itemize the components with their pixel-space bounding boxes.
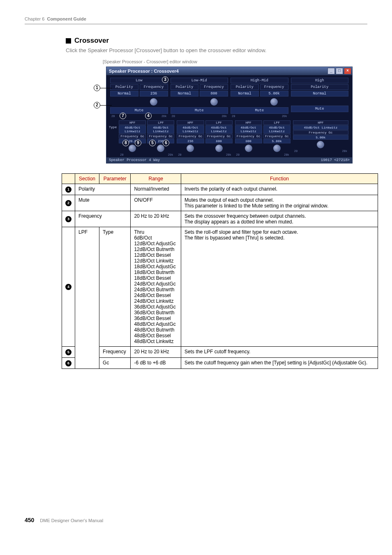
chapter-header: Chapter 6 Component Guide bbox=[25, 16, 367, 21]
band-high-mid: High-Mid Polarity Frequency Normal 5.00k bbox=[229, 77, 290, 119]
frequency-label: Frequency bbox=[140, 84, 168, 90]
cell-section: Mute bbox=[75, 195, 131, 211]
cell-range: 20 Hz to 20 kHz bbox=[131, 347, 181, 358]
table-row: 1PolarityNormal/InvertedInverts the pola… bbox=[62, 184, 378, 195]
hpf-freq[interactable]: 236 bbox=[177, 139, 204, 143]
lpf-freq[interactable]: 800 bbox=[205, 139, 233, 143]
callout-line bbox=[100, 105, 112, 106]
parameter-table: Section Parameter Range Function 1Polari… bbox=[62, 173, 378, 369]
lpf-freq[interactable]: 5.00k bbox=[263, 139, 291, 143]
lpf-type[interactable]: 48dB/Oct Linkwitz bbox=[205, 125, 233, 134]
callout-7: 7 bbox=[120, 113, 126, 119]
mute-button[interactable]: Mute bbox=[291, 106, 349, 112]
row-index: 3 bbox=[62, 211, 75, 227]
col-blank bbox=[62, 174, 75, 184]
hpf-label: HPF bbox=[293, 120, 348, 125]
lpf-label: LPF bbox=[263, 120, 291, 125]
cell-section: LPF bbox=[75, 227, 99, 369]
row-index: 2 bbox=[62, 195, 75, 211]
lpf-knob[interactable] bbox=[157, 145, 164, 152]
hpf-type[interactable]: 48dB/Oct Linkwitz bbox=[235, 125, 262, 134]
freq-gc-label: Frequency Gc bbox=[119, 134, 146, 138]
cell-section: Frequency bbox=[75, 211, 131, 227]
section-description: Click the Speaker Processor [Crossover] … bbox=[66, 47, 367, 53]
callout-3: 3 bbox=[162, 76, 168, 83]
callout-2: 2 bbox=[94, 102, 100, 108]
band-label: High-Mid bbox=[231, 78, 288, 83]
lpf-type[interactable]: 48dB/Oct Linkwitz bbox=[147, 125, 174, 134]
callout-8: 8 bbox=[122, 140, 129, 146]
cell-function: Sets the roll-off slope and filter type … bbox=[181, 227, 378, 347]
filter-band-highmid: HPF LPF 48dB/Oct Linkwitz 48dB/Oct Linkw… bbox=[234, 120, 292, 157]
lpf-type[interactable]: 48dB/Oct Linkwitz bbox=[263, 125, 291, 134]
polarity-label: Polarity bbox=[110, 84, 138, 90]
minimize-button[interactable]: _ bbox=[327, 68, 335, 74]
col-parameter: Parameter bbox=[99, 174, 131, 184]
frequency-knob[interactable] bbox=[270, 98, 278, 106]
frequency-value[interactable]: 236 bbox=[140, 91, 168, 97]
mute-button[interactable]: Mute bbox=[171, 107, 228, 114]
page-footer: 450 DME Designer Owner's Manual bbox=[25, 517, 367, 523]
callout-1: 1 bbox=[94, 85, 100, 91]
lpf-knob[interactable] bbox=[215, 145, 223, 152]
window-titlebar: Speaker Processor : Crossover4 _ □ × bbox=[106, 67, 352, 75]
lpf-label: LPF bbox=[205, 120, 233, 125]
lpf-knob[interactable] bbox=[273, 145, 281, 152]
page-number: 450 bbox=[25, 517, 34, 523]
section-title: Crossover bbox=[74, 37, 109, 45]
callout-line bbox=[100, 88, 112, 88]
frequency-value[interactable]: 5.00k bbox=[260, 91, 288, 97]
mute-button[interactable]: Mute bbox=[231, 107, 288, 114]
chapter-number: Chapter 6 bbox=[25, 16, 44, 21]
editor-window: Speaker Processor : Crossover4 _ □ × Low… bbox=[106, 67, 353, 164]
status-bar: Speaker Processor 4 Way 19017 <27218> bbox=[106, 157, 352, 163]
hpf-freq[interactable]: 5.00k bbox=[293, 135, 348, 140]
cell-function: Sets the crossover frequency between out… bbox=[181, 211, 378, 227]
filter-band-high: HPF 48dB/Oct Linkwitz Frequency Gc 5.00k bbox=[292, 120, 350, 157]
polarity-value[interactable]: Normal bbox=[231, 91, 259, 97]
band-low-mid: Low-Mid Polarity Frequency Normal 800 bbox=[169, 77, 230, 119]
filter-band-lowmid: HPF LPF 48dB/Oct Linkwitz 48dB/Oct Linkw… bbox=[175, 120, 233, 157]
polarity-value[interactable]: Normal bbox=[110, 91, 138, 97]
table-row: 4LPFTypeThru 6dB/Oct 12dB/Oct AdjustGc 1… bbox=[62, 227, 378, 347]
polarity-label: Polarity bbox=[291, 84, 349, 90]
row-index: 5 bbox=[62, 347, 75, 358]
hpf-freq[interactable]: 800 bbox=[235, 139, 262, 143]
hpf-knob[interactable] bbox=[245, 145, 252, 152]
hpf-knob[interactable] bbox=[129, 145, 136, 152]
frequency-knob[interactable] bbox=[210, 98, 218, 106]
hpf-knob[interactable] bbox=[317, 141, 324, 148]
frequency-label: Frequency bbox=[200, 84, 228, 90]
col-section: Section bbox=[75, 174, 99, 184]
close-button[interactable]: × bbox=[344, 68, 351, 74]
cell-parameter: Frequency bbox=[99, 347, 131, 358]
status-left: Speaker Processor 4 Way bbox=[109, 158, 160, 162]
table-row: 5Frequency20 Hz to 20 kHzSets the LPF cu… bbox=[62, 347, 378, 358]
cell-function: Mutes the output of each output channel.… bbox=[181, 195, 378, 211]
polarity-value[interactable]: Normal bbox=[291, 91, 349, 97]
table-row: 6Gc-6 dB to +6 dBSets the cutoff frequen… bbox=[62, 358, 378, 369]
hpf-knob[interactable] bbox=[187, 145, 194, 152]
row-index: 4 bbox=[62, 227, 75, 347]
hpf-type[interactable]: 48dB/Oct Linkwitz bbox=[119, 125, 146, 134]
polarity-label: Polarity bbox=[171, 84, 199, 90]
hpf-type[interactable]: 48dB/Oct Linkwitz bbox=[293, 125, 348, 130]
mute-button[interactable]: Mute bbox=[110, 107, 168, 114]
hpf-type[interactable]: 48dB/Oct Linkwitz bbox=[177, 125, 204, 134]
frequency-knob[interactable] bbox=[150, 98, 157, 106]
section-heading: Crossover bbox=[66, 37, 367, 45]
cell-parameter: Type bbox=[99, 227, 131, 347]
band-label: High bbox=[291, 78, 349, 83]
hpf-label: HPF bbox=[119, 120, 146, 125]
maximize-button[interactable]: □ bbox=[336, 68, 343, 74]
band-low: Low Polarity Frequency Normal 236 bbox=[109, 77, 169, 119]
type-label: Type bbox=[109, 120, 118, 157]
figure-caption: [Speaker Processor - Crossover] editor w… bbox=[103, 59, 367, 64]
row-index: 1 bbox=[62, 184, 75, 195]
band-high: High Polarity Normal Mute bbox=[290, 77, 350, 119]
cell-range: 20 Hz to 20 kHz bbox=[131, 211, 181, 227]
callout-4: 4 bbox=[145, 113, 152, 119]
frequency-value[interactable]: 800 bbox=[200, 91, 228, 97]
callout-6: 6 bbox=[163, 140, 169, 146]
polarity-value[interactable]: Normal bbox=[171, 91, 199, 97]
